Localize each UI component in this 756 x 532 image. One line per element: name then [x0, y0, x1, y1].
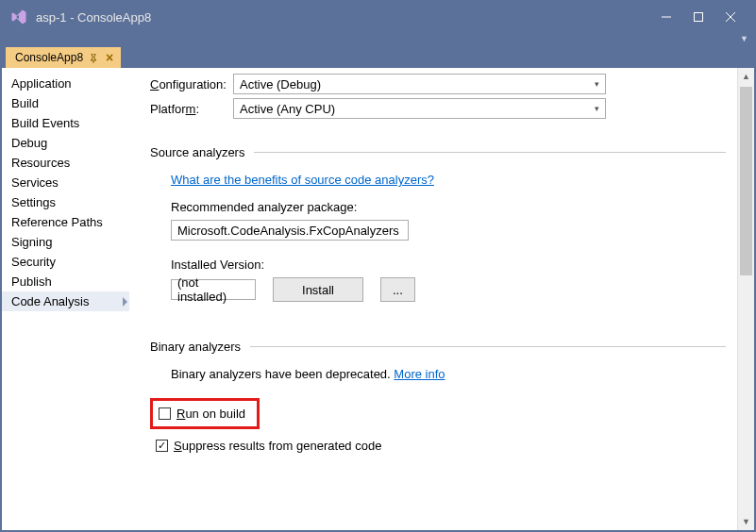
installed-version-label: Installed Version: — [171, 258, 726, 272]
title-bar: asp-1 - ConsoleApp8 — [2, 2, 754, 32]
more-info-link[interactable]: More info — [394, 367, 445, 381]
menu-bar: ▼ — [2, 32, 754, 45]
sidebar-item-build-events[interactable]: Build Events — [2, 113, 129, 133]
benefits-link[interactable]: What are the benefits of source code ana… — [171, 173, 434, 187]
suppress-results-checkbox[interactable] — [156, 440, 168, 452]
sidebar-item-services[interactable]: Services — [2, 173, 129, 192]
vertical-scrollbar[interactable]: ▲ ▼ — [737, 68, 754, 530]
document-tab[interactable]: ConsoleApp8 × — [6, 47, 121, 68]
chevron-down-icon: ▾ — [595, 104, 599, 113]
sidebar-item-build[interactable]: Build — [2, 93, 129, 113]
platform-dropdown[interactable]: Active (Any CPU) ▾ — [233, 98, 606, 119]
sidebar-item-signing[interactable]: Signing — [2, 232, 129, 252]
run-on-build-checkbox[interactable] — [159, 407, 171, 420]
tab-strip: ConsoleApp8 × — [2, 45, 754, 68]
scroll-down-icon[interactable]: ▼ — [738, 513, 754, 530]
maximize-button[interactable] — [682, 5, 714, 29]
recommended-label: Recommended analyzer package: — [171, 200, 726, 214]
sidebar-item-reference-paths[interactable]: Reference Paths — [2, 212, 129, 232]
close-button[interactable] — [714, 5, 747, 29]
chevron-down-icon[interactable]: ▼ — [740, 34, 748, 43]
run-on-build-label: Run on build — [176, 407, 245, 421]
deprecated-message: Binary analyzers have been deprecated. M… — [171, 367, 726, 381]
pin-icon[interactable] — [89, 53, 98, 62]
configuration-dropdown[interactable]: Active (Debug) ▾ — [233, 74, 606, 94]
vs-logo-icon — [9, 8, 28, 26]
sidebar-item-publish[interactable]: Publish — [2, 272, 129, 291]
tab-label: ConsoleApp8 — [15, 51, 83, 64]
svg-rect-1 — [695, 13, 703, 22]
source-analyzers-header: Source analyzers — [150, 145, 726, 159]
sidebar-item-security[interactable]: Security — [2, 252, 129, 272]
more-options-button[interactable]: ... — [380, 277, 415, 302]
minimize-button[interactable] — [650, 5, 682, 29]
highlight-box: Run on build — [150, 398, 260, 429]
tab-close-icon[interactable]: × — [104, 50, 115, 65]
installed-version-input[interactable]: (not installed) — [171, 279, 256, 300]
sidebar-item-code-analysis[interactable]: Code Analysis — [2, 291, 129, 311]
sidebar-item-resources[interactable]: Resources — [2, 153, 129, 173]
sidebar-item-application[interactable]: Application — [2, 74, 129, 93]
sidebar-item-settings[interactable]: Settings — [2, 192, 129, 212]
sidebar: Application Build Build Events Debug Res… — [2, 68, 129, 530]
main-content: Configuration: Active (Debug) ▾ Platform… — [129, 68, 737, 530]
configuration-label: Configuration: — [150, 77, 233, 91]
suppress-results-label: Suppress results from generated code — [174, 439, 381, 453]
scroll-up-icon[interactable]: ▲ — [738, 68, 754, 85]
install-button[interactable]: Install — [273, 277, 363, 302]
recommended-package-input[interactable]: Microsoft.CodeAnalysis.FxCopAnalyzers — [171, 220, 409, 241]
platform-label: Platform: — [150, 102, 233, 116]
binary-analyzers-header: Binary analyzers — [150, 340, 726, 354]
scroll-thumb[interactable] — [740, 87, 752, 275]
sidebar-item-debug[interactable]: Debug — [2, 133, 129, 153]
chevron-down-icon: ▾ — [595, 79, 599, 89]
window-title: asp-1 - ConsoleApp8 — [36, 10, 650, 25]
